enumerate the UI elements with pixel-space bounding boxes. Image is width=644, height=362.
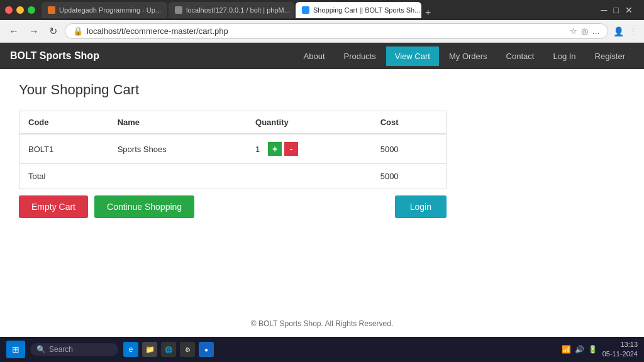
folder-icon: 📁	[145, 345, 155, 354]
close-button[interactable]: ✕	[625, 5, 633, 15]
volume-icon: 🔊	[575, 345, 584, 354]
address-text: localhost/t/ecommerce-master/cart.php	[87, 26, 566, 36]
more-icon[interactable]: …	[592, 26, 600, 36]
minimize-button[interactable]: ─	[601, 5, 608, 15]
quantity-plus-button-1[interactable]: +	[268, 142, 282, 156]
taskbar-chrome-icon[interactable]: ●	[199, 342, 214, 357]
item-quantity-cell-1: 1 + -	[247, 134, 372, 164]
total-qty-empty	[247, 164, 372, 189]
bookmark-icon[interactable]: ☆	[570, 26, 577, 36]
continue-shopping-button[interactable]: Continue Shopping	[94, 195, 194, 218]
edge-icon: e	[129, 345, 133, 354]
new-tab-button[interactable]: +	[425, 7, 431, 18]
item-code-1: BOLT1	[19, 134, 109, 164]
tab-label-1: Updategadh Programming - Up...	[59, 6, 161, 14]
nav-register[interactable]: Register	[586, 47, 634, 66]
restore-button[interactable]: □	[614, 5, 619, 15]
address-input-box[interactable]: 🔒 localhost/t/ecommerce-master/cart.php …	[65, 23, 608, 39]
footer-text: © BOLT Sports Shop. All Rights Reserved.	[251, 319, 394, 328]
taskbar: ⊞ 🔍 Search e 📁 🌐 ⚙ ● 📶 🔊 🔋 13:13 05-11-2…	[0, 337, 644, 362]
item-name-1: Sports Shoes	[109, 134, 247, 164]
col-quantity: Quantity	[247, 111, 372, 134]
lock-icon: 🔒	[73, 26, 83, 36]
window-controls	[5, 6, 35, 14]
reload-button[interactable]: ↻	[47, 24, 60, 38]
nav-login[interactable]: Log In	[544, 47, 584, 66]
taskbar-search-box[interactable]: 🔍 Search	[30, 343, 118, 356]
nav-view-cart[interactable]: View Cart	[386, 47, 439, 66]
taskbar-time-value: 13:13	[602, 340, 638, 349]
app2-icon: ⚙	[185, 346, 191, 353]
maximize-window-dot[interactable]	[28, 6, 35, 14]
cart-total-row: Total 5000	[19, 164, 447, 189]
taskbar-explorer-icon[interactable]: 📁	[142, 342, 157, 357]
nav-contact[interactable]: Contact	[497, 47, 543, 66]
address-action-icons: ☆ ◎ …	[570, 26, 600, 36]
app-logo: BOLT Sports Shop	[10, 50, 295, 62]
taskbar-date-value: 05-11-2024	[602, 349, 638, 359]
taskbar-search-text: Search	[49, 345, 73, 354]
footer: © BOLT Sports Shop. All Rights Reserved.	[0, 310, 644, 337]
browser-menu-button[interactable]: ⋮	[629, 26, 638, 36]
nav-my-orders[interactable]: My Orders	[440, 47, 496, 66]
taskbar-app-1[interactable]: 🌐	[161, 342, 176, 357]
cart-actions: Empty Cart Continue Shopping Login	[19, 195, 447, 218]
cart-table: Code Name Quantity Cost BOLT1 Sports Sho…	[19, 111, 447, 189]
chrome-icon: ●	[204, 346, 208, 353]
taskbar-clock: 13:13 05-11-2024	[602, 340, 638, 359]
tab-label-2: localhost/127.0.0.1 / bolt | phpM...	[186, 6, 290, 14]
browser-tab-1[interactable]: Updategadh Programming - Up... ✕	[42, 2, 167, 18]
nav-about[interactable]: About	[295, 47, 334, 66]
tab-label-3: Shopping Cart || BOLT Sports Sh...	[313, 6, 420, 14]
col-code: Code	[19, 111, 109, 134]
address-bar: ← → ↻ 🔒 localhost/t/ecommerce-master/car…	[0, 20, 644, 43]
nav-products[interactable]: Products	[335, 47, 385, 66]
tab-favicon-1	[48, 6, 55, 14]
window-action-controls: ─ □ ✕	[601, 5, 633, 15]
item-cost-1: 5000	[372, 134, 447, 164]
browser-tabs: Updategadh Programming - Up... ✕ localho…	[42, 2, 599, 18]
close-window-dot[interactable]	[5, 6, 13, 14]
col-name: Name	[109, 111, 247, 134]
start-button[interactable]: ⊞	[6, 341, 25, 358]
cart-login-button[interactable]: Login	[395, 195, 447, 218]
taskbar-app-2[interactable]: ⚙	[180, 342, 195, 357]
total-name-empty	[109, 164, 247, 189]
total-label: Total	[19, 164, 109, 189]
battery-icon: 🔋	[588, 345, 597, 354]
extensions-icon[interactable]: ◎	[581, 26, 588, 36]
quantity-control: 1 + -	[255, 142, 363, 156]
col-cost: Cost	[372, 111, 447, 134]
tab-favicon-3	[302, 6, 309, 14]
quantity-value-1: 1	[255, 145, 265, 154]
main-content: Your Shopping Cart Code Name Quantity Co…	[0, 69, 644, 310]
tab-favicon-2	[175, 6, 182, 14]
quantity-minus-button-1[interactable]: -	[284, 142, 298, 156]
app-navbar: BOLT Sports Shop About Products View Car…	[0, 43, 644, 69]
empty-cart-button[interactable]: Empty Cart	[19, 195, 88, 218]
browser-titlebar: Updategadh Programming - Up... ✕ localho…	[0, 0, 644, 20]
taskbar-search-icon: 🔍	[36, 345, 46, 354]
nav-links: About Products View Cart My Orders Conta…	[295, 47, 634, 66]
taskbar-right: 📶 🔊 🔋 13:13 05-11-2024	[562, 340, 638, 359]
windows-icon: ⊞	[12, 344, 19, 354]
system-tray-icons: 📶 🔊 🔋	[562, 345, 597, 354]
minimize-window-dot[interactable]	[16, 6, 24, 14]
taskbar-pinned-icons: e 📁 🌐 ⚙ ●	[123, 342, 557, 357]
total-value: 5000	[372, 164, 447, 189]
profile-icon[interactable]: 👤	[613, 26, 624, 36]
browser-right-controls: 👤 ⋮	[613, 26, 638, 36]
cart-item-row-1: BOLT1 Sports Shoes 1 + - 5000	[19, 134, 447, 164]
taskbar-edge-icon[interactable]: e	[123, 342, 138, 357]
browser-tab-3[interactable]: Shopping Cart || BOLT Sports Sh... ✕	[296, 2, 421, 18]
back-button[interactable]: ←	[6, 25, 21, 38]
browser-tab-2[interactable]: localhost/127.0.0.1 / bolt | phpM... ✕	[169, 2, 294, 18]
app1-icon: 🌐	[165, 346, 172, 353]
wifi-icon: 📶	[562, 345, 571, 354]
cart-table-header-row: Code Name Quantity Cost	[19, 111, 447, 134]
page-title: Your Shopping Cart	[19, 82, 625, 98]
forward-button[interactable]: →	[26, 25, 42, 38]
